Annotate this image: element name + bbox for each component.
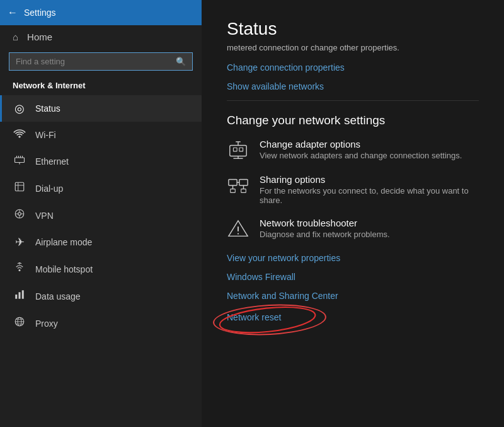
sidebar: ⌂ Home 🔍 Network & Internet ◎ Status Wi-… [0,0,202,427]
adapter-desc: View network adapters and change connect… [260,151,462,160]
sidebar-label-ethernet: Ethernet [35,156,69,167]
svg-rect-34 [229,180,237,185]
sidebar-item-datausage[interactable]: Data usage [0,283,202,310]
svg-rect-0 [15,158,25,163]
troubleshooter-icon [227,218,249,240]
airplane-icon: ✈ [13,235,26,249]
sidebar-label-status: Status [35,103,60,114]
main-content: Status metered connection or change othe… [202,0,504,427]
svg-rect-40 [241,189,246,193]
svg-rect-6 [15,182,24,191]
app-title: Settings [24,8,56,18]
sidebar-label-vpn: VPN [35,211,54,221]
sharing-icon [227,174,249,197]
title-bar: ← Settings [0,0,202,25]
firewall-link[interactable]: Windows Firewall [227,272,479,282]
option-adapter[interactable]: Change adapter options View network adap… [227,139,479,161]
divider-1 [227,100,479,101]
svg-rect-35 [239,180,248,185]
sidebar-label-dialup: Dial-up [35,184,63,194]
troubleshooter-desc: Diagnose and fix network problems. [260,230,390,239]
svg-rect-27 [230,145,246,156]
hotspot-icon [13,262,26,276]
svg-rect-20 [19,292,21,299]
datausage-icon [13,289,26,303]
home-icon: ⌂ [13,32,18,42]
svg-point-43 [238,233,239,234]
svg-rect-28 [233,148,237,151]
troubleshooter-text: Network troubleshooter Diagnose and fix … [260,218,390,239]
proxy-icon [13,316,26,330]
svg-rect-21 [22,290,24,299]
sharing-desc: For the networks you connect to, decide … [260,186,479,205]
sidebar-item-status[interactable]: ◎ Status [0,95,202,122]
change-section-title: Change your network settings [227,114,479,127]
section-title: Network & Internet [0,78,202,95]
home-label: Home [27,32,52,42]
sidebar-label-datausage: Data usage [35,291,81,301]
sidebar-label-proxy: Proxy [35,319,58,329]
sidebar-label-hotspot: Mobile hotspot [35,264,93,274]
search-input[interactable] [16,57,171,66]
network-reset-link[interactable]: Network reset [227,312,281,322]
sidebar-item-airplane[interactable]: ✈ Airplane mode [0,229,202,255]
option-troubleshooter[interactable]: Network troubleshooter Diagnose and fix … [227,218,479,240]
adapter-icon [227,139,249,161]
sidebar-item-proxy[interactable]: Proxy [0,310,202,337]
svg-rect-19 [15,295,17,299]
svg-point-15 [19,269,21,271]
sidebar-item-wifi[interactable]: Wi-Fi [0,122,202,148]
svg-point-10 [18,213,21,216]
sharing-center-link[interactable]: Network and Sharing Center [227,291,479,301]
sidebar-item-home[interactable]: ⌂ Home [0,25,202,49]
change-connection-link[interactable]: Change connection properties [227,62,479,73]
troubleshooter-title: Network troubleshooter [260,218,390,228]
dialup-icon [13,181,26,196]
sidebar-label-airplane: Airplane mode [35,237,92,247]
adapter-text: Change adapter options View network adap… [260,139,462,160]
sidebar-item-hotspot[interactable]: Mobile hotspot [0,255,202,283]
back-button[interactable]: ← [8,7,18,18]
page-title: Status [227,19,479,39]
search-box[interactable]: 🔍 [9,52,193,71]
sharing-text: Sharing options For the networks you con… [260,174,479,205]
page-subtitle: metered connection or change other prope… [227,43,479,52]
sidebar-item-vpn[interactable]: VPN [0,202,202,229]
search-icon: 🔍 [176,57,186,66]
network-properties-link[interactable]: View your network properties [227,253,479,263]
option-sharing[interactable]: Sharing options For the networks you con… [227,174,479,205]
sidebar-item-dialup[interactable]: Dial-up [0,175,202,202]
sharing-title: Sharing options [260,174,479,185]
wifi-icon [13,128,26,141]
svg-rect-39 [231,189,236,193]
adapter-title: Change adapter options [260,139,462,149]
sidebar-label-wifi: Wi-Fi [35,130,56,140]
network-reset-container: Network reset [227,312,281,322]
svg-rect-29 [239,148,243,151]
ethernet-icon [13,154,26,168]
sidebar-item-ethernet[interactable]: Ethernet [0,148,202,175]
status-icon: ◎ [13,102,26,115]
show-networks-link[interactable]: Show available networks [227,81,479,91]
vpn-icon [13,208,26,223]
